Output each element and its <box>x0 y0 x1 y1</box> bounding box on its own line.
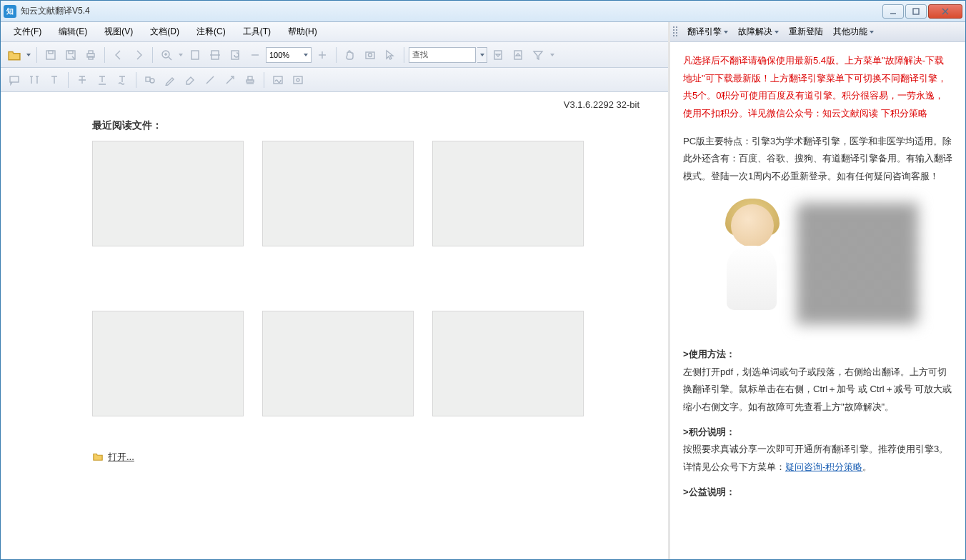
snapshot-button[interactable] <box>361 46 379 64</box>
save-button[interactable] <box>41 46 60 64</box>
highlight-button[interactable] <box>45 71 64 89</box>
zoom-in-button[interactable] <box>157 46 176 64</box>
notice-text: 凡选择后不翻译请确保使用最新5.4版。上方菜单"故障解决-下载地址"可下载最新版… <box>683 52 952 123</box>
svg-point-32 <box>150 79 154 83</box>
fit-page-button[interactable] <box>186 46 204 64</box>
svg-line-34 <box>226 77 233 84</box>
attach-button[interactable] <box>289 71 307 89</box>
recent-file-thumb[interactable] <box>262 141 414 246</box>
svg-rect-24 <box>494 51 502 59</box>
open-dropdown[interactable] <box>25 54 32 56</box>
recent-file-thumb[interactable] <box>432 141 584 246</box>
menu-tools[interactable]: 工具(T) <box>236 24 278 40</box>
underline-button[interactable] <box>93 71 111 89</box>
folder-icon <box>92 451 104 464</box>
app-window: 知 知云文献翻译V5.4 文件(F) 编辑(E) 视图(V) 文档(D) 注释(… <box>0 0 966 560</box>
select-tool-button[interactable] <box>381 46 399 64</box>
version-label: V3.1.6.2292 32-bit <box>564 99 639 110</box>
recent-file-thumb[interactable] <box>92 311 244 416</box>
filter-button[interactable] <box>529 46 547 64</box>
recent-files-title: 最近阅读文件： <box>92 119 639 132</box>
qr-image <box>711 196 925 339</box>
menubar: 文件(F) 编辑(E) 视图(V) 文档(D) 注释(C) 工具(T) 帮助(H… <box>1 22 668 42</box>
svg-rect-25 <box>514 51 522 59</box>
pencil-button[interactable] <box>161 71 179 89</box>
zoom-in-small-button[interactable] <box>313 46 332 64</box>
person-illustration <box>711 196 797 324</box>
svg-rect-36 <box>247 80 254 82</box>
svg-line-33 <box>206 76 214 84</box>
menu-annotate[interactable]: 注释(C) <box>189 24 233 40</box>
menu-edit[interactable]: 编辑(E) <box>51 24 94 40</box>
strikeout-button[interactable] <box>73 71 91 89</box>
sign-button[interactable] <box>269 71 287 89</box>
close-button[interactable] <box>928 4 962 19</box>
rotate-button[interactable] <box>226 46 244 64</box>
svg-line-12 <box>169 57 171 60</box>
find-next-button[interactable] <box>509 46 527 64</box>
usage-text: 左侧打开pdf，划选单词或句子或段落，右侧给出翻译。上方可切换翻译引擎。鼠标单击… <box>683 364 952 416</box>
save-as-button[interactable] <box>61 46 80 64</box>
recent-files-grid <box>92 141 639 416</box>
titlebar: 知 知云文献翻译V5.4 <box>1 1 965 22</box>
open-button[interactable] <box>5 46 24 64</box>
search-input[interactable]: 查找 <box>409 47 476 63</box>
zoom-dropdown[interactable] <box>177 54 184 56</box>
recent-file-thumb[interactable] <box>262 311 414 416</box>
squiggly-button[interactable] <box>113 71 131 89</box>
menu-other[interactable]: 其他功能 <box>829 24 878 40</box>
main-area: 文件(F) 编辑(E) 视图(V) 文档(D) 注释(C) 工具(T) 帮助(H… <box>1 22 965 559</box>
menu-relogin[interactable]: 重新登陆 <box>785 24 827 40</box>
menu-troubleshoot[interactable]: 故障解决 <box>734 24 783 40</box>
points-title: >积分说明： <box>683 424 952 441</box>
menu-help[interactable]: 帮助(H) <box>281 24 324 40</box>
features-text: PC版主要特点：引擎3为学术翻译引擎，医学和非医学均适用。除此外还含有：百度、谷… <box>683 133 952 186</box>
text-select-button[interactable] <box>25 71 44 89</box>
toolbar-main: 100% 查找 <box>1 42 668 68</box>
info-content: 凡选择后不翻译请确保使用最新5.4版。上方菜单"故障解决-下载地址"可下载最新版… <box>670 42 965 559</box>
window-title: 知云文献翻译V5.4 <box>21 5 881 17</box>
menu-file[interactable]: 文件(F) <box>6 24 49 40</box>
recent-file-thumb[interactable] <box>432 311 584 416</box>
next-page-button[interactable] <box>129 46 148 64</box>
hand-tool-button[interactable] <box>341 46 359 64</box>
menu-view[interactable]: 视图(V) <box>97 24 140 40</box>
svg-rect-15 <box>191 51 199 59</box>
points-text: 按照要求真诚分享一次即可开通所有翻译引擎。推荐使用引擎3。详情见公众号下方菜单：… <box>683 441 952 476</box>
stamp-button[interactable] <box>241 71 259 89</box>
window-controls <box>881 4 962 19</box>
svg-point-23 <box>369 53 372 56</box>
document-area: V3.1.6.2292 32-bit 最近阅读文件： 打开... <box>1 92 668 559</box>
filter-dropdown[interactable] <box>549 54 556 56</box>
zoom-out-small-button[interactable] <box>246 46 264 64</box>
fit-width-button[interactable] <box>206 46 224 64</box>
prev-page-button[interactable] <box>109 46 128 64</box>
search-dropdown[interactable] <box>477 47 487 63</box>
svg-rect-39 <box>294 76 302 84</box>
recent-file-thumb[interactable] <box>92 141 244 246</box>
left-panel: 文件(F) 编辑(E) 视图(V) 文档(D) 注释(C) 工具(T) 帮助(H… <box>1 22 670 559</box>
find-prev-button[interactable] <box>489 46 507 64</box>
maximize-button[interactable] <box>905 4 927 19</box>
svg-rect-31 <box>146 77 150 81</box>
charity-title: >公益说明： <box>683 484 952 501</box>
zoom-level-box[interactable]: 100% <box>266 47 312 63</box>
right-menubar: 翻译引擎 故障解决 重新登陆 其他功能 <box>670 22 965 42</box>
eraser-button[interactable] <box>181 71 199 89</box>
open-file-link[interactable]: 打开... <box>92 451 134 464</box>
shapes-button[interactable] <box>141 71 159 89</box>
note-button[interactable] <box>5 71 24 89</box>
print-button[interactable] <box>81 46 100 64</box>
minimize-button[interactable] <box>882 4 904 19</box>
svg-rect-1 <box>913 9 919 14</box>
line-button[interactable] <box>201 71 219 89</box>
svg-rect-4 <box>46 51 55 59</box>
svg-point-40 <box>297 79 299 81</box>
svg-rect-38 <box>274 76 282 84</box>
qr-code <box>797 203 918 324</box>
arrow-button[interactable] <box>221 71 239 89</box>
menu-document[interactable]: 文档(D) <box>143 24 186 40</box>
menu-engine[interactable]: 翻译引擎 <box>683 24 732 40</box>
points-link[interactable]: 疑问咨询-积分策略 <box>785 461 862 472</box>
usage-title: >使用方法： <box>683 346 952 364</box>
